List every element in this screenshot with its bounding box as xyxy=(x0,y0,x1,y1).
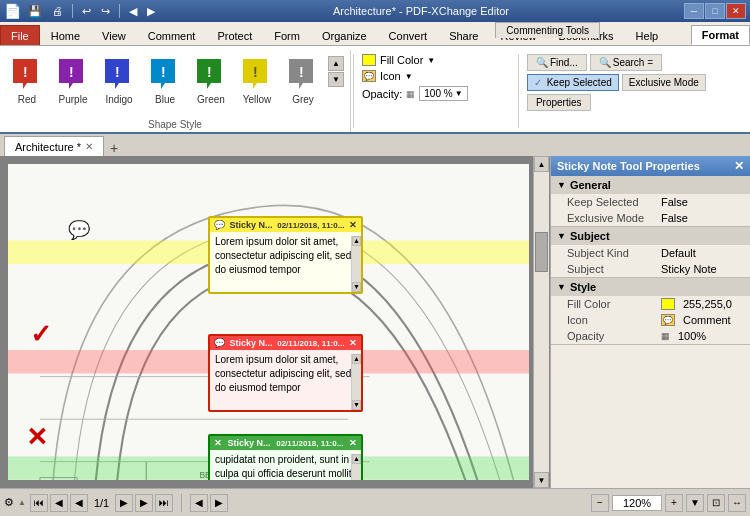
shape-yellow[interactable]: ! Yellow xyxy=(236,52,278,107)
nav-next-button[interactable]: ▶ xyxy=(135,494,153,512)
scroll-down[interactable]: ▼ xyxy=(352,282,361,292)
qa-redo[interactable]: ↪ xyxy=(98,4,113,19)
nav-first-button[interactable]: ⏮ xyxy=(30,494,48,512)
shape-grey[interactable]: ! Grey xyxy=(282,52,324,107)
tab-protect[interactable]: Protect xyxy=(206,25,263,45)
pan-left-button[interactable]: ◀ xyxy=(190,494,208,512)
tab-share[interactable]: Share xyxy=(438,25,489,45)
shape-indigo[interactable]: ! Indigo xyxy=(98,52,140,107)
tab-comment[interactable]: Comment xyxy=(137,25,207,45)
sticky-note-red[interactable]: 💬 Sticky N... 02/11/2018, 11:0... ✕ Lore… xyxy=(208,334,363,412)
qa-save[interactable]: 💾 xyxy=(25,4,45,19)
scroll-down-btn[interactable]: ▼ xyxy=(534,472,549,488)
qa-forward[interactable]: ▶ xyxy=(144,4,158,19)
nav-next2-button[interactable]: ▶ xyxy=(115,494,133,512)
scroll-up[interactable]: ▲ xyxy=(352,236,361,246)
panel-icon-swatch: 💬 xyxy=(661,314,675,326)
shape-yellow-icon: ! xyxy=(238,54,276,92)
scroll-thumb-v[interactable] xyxy=(535,232,548,272)
tab-file[interactable]: File xyxy=(0,25,40,45)
zoom-width-button[interactable]: ↔ xyxy=(728,494,746,512)
title-bar: 📄 💾 🖨 ↩ ↪ ◀ ▶ Architecture* - PDF-XChang… xyxy=(0,0,750,22)
shape-indigo-icon: ! xyxy=(100,54,138,92)
panel-style-header[interactable]: ▼ Style xyxy=(551,278,750,296)
zoom-dropdown-button[interactable]: ▼ xyxy=(686,494,704,512)
zoom-out-button[interactable]: − xyxy=(591,494,609,512)
ribbon-divider-1 xyxy=(353,54,354,128)
zoom-level[interactable]: 120% xyxy=(612,495,662,511)
fill-color-swatch xyxy=(362,54,376,66)
scroll-up-2[interactable]: ▲ xyxy=(352,354,361,364)
annotation-yellow-icon: 💬 xyxy=(68,219,90,241)
shape-red[interactable]: ! Red xyxy=(6,52,48,107)
commenting-tools-label: Commenting Tools xyxy=(495,22,600,38)
status-bar: ⚙ ▲ ⏮ ◀ ◀ 1/1 ▶ ▶ ⏭ ◀ ▶ − 120% + ▼ ⊡ ↔ xyxy=(0,488,750,516)
status-pan-area: ◀ ▶ xyxy=(190,494,228,512)
sticky-note-yellow-scrollbar: ▲ ▼ xyxy=(351,236,361,292)
icon-dropdown-arrow[interactable]: ▼ xyxy=(405,72,413,81)
panel-subject-header[interactable]: ▼ Subject xyxy=(551,227,750,245)
doc-tab-add[interactable]: + xyxy=(106,140,122,156)
tab-home[interactable]: Home xyxy=(40,25,91,45)
scroll-up-btn[interactable]: ▲ xyxy=(534,156,549,172)
sticky-note-green-body: cupidatat non proident, sunt in culpa qu… xyxy=(210,450,361,480)
panel-title: Sticky Note Tool Properties xyxy=(557,160,700,172)
nav-last-button[interactable]: ⏭ xyxy=(155,494,173,512)
shape-style-section: ! Red ! Purple xyxy=(0,50,351,132)
shape-green[interactable]: ! Green xyxy=(190,52,232,107)
tab-help[interactable]: Help xyxy=(625,25,670,45)
nav-prev2-button[interactable]: ◀ xyxy=(70,494,88,512)
svg-text:!: ! xyxy=(115,64,120,80)
style-arrow-icon: ▼ xyxy=(557,282,566,292)
scroll-down-2[interactable]: ▼ xyxy=(352,400,361,410)
svg-text:!: ! xyxy=(207,64,212,80)
tab-format[interactable]: Format xyxy=(691,25,750,45)
qa-back[interactable]: ◀ xyxy=(126,4,140,19)
svg-rect-7 xyxy=(8,164,529,480)
zoom-in-button[interactable]: + xyxy=(665,494,683,512)
fill-color-dropdown-arrow[interactable]: ▼ xyxy=(427,56,435,65)
ribbon: ! Red ! Purple xyxy=(0,46,750,134)
qa-undo[interactable]: ↩ xyxy=(79,4,94,19)
shape-blue[interactable]: ! Blue xyxy=(144,52,186,107)
general-arrow-icon: ▼ xyxy=(557,180,566,190)
sticky-note-red-close[interactable]: ✕ xyxy=(349,338,357,348)
search-button[interactable]: 🔍 Search = xyxy=(590,54,662,71)
shape-purple[interactable]: ! Purple xyxy=(52,52,94,107)
sticky-note-green-header: ✕ Sticky N... 02/11/2018, 11:0... ✕ xyxy=(210,436,361,450)
qa-print[interactable]: 🖨 xyxy=(49,4,66,18)
panel-general-header[interactable]: ▼ General xyxy=(551,176,750,194)
fill-color-label: Fill Color xyxy=(380,54,423,66)
minimize-button[interactable]: ─ xyxy=(684,3,704,19)
doc-scrollbar-v[interactable]: ▲ ▼ xyxy=(533,156,549,488)
arch-drawing: Forc. det. BEDROO... LIVING xyxy=(8,164,529,480)
panel-close-button[interactable]: ✕ xyxy=(734,159,744,173)
shape-blue-icon: ! xyxy=(146,54,184,92)
svg-text:!: ! xyxy=(23,64,28,80)
keep-selected-button[interactable]: ✓ Keep Selected xyxy=(527,74,619,91)
tab-form[interactable]: Form xyxy=(263,25,311,45)
sticky-note-yellow[interactable]: 💬 Sticky N... 02/11/2018, 11:0... ✕ Lore… xyxy=(208,216,363,294)
tab-organize[interactable]: Organize xyxy=(311,25,378,45)
shape-style-dropdown[interactable]: ▲ ▼ xyxy=(328,56,344,87)
doc-tab-arch[interactable]: Architecture * ✕ xyxy=(4,136,104,156)
close-button[interactable]: ✕ xyxy=(726,3,746,19)
properties-button[interactable]: Properties xyxy=(527,94,591,111)
opacity-dropdown[interactable]: 100 % ▼ xyxy=(419,86,467,101)
pan-right-button[interactable]: ▶ xyxy=(210,494,228,512)
sticky-note-green[interactable]: ✕ Sticky N... 02/11/2018, 11:0... ✕ cupi… xyxy=(208,434,363,480)
zoom-fit-button[interactable]: ⊡ xyxy=(707,494,725,512)
sticky-note-yellow-close[interactable]: ✕ xyxy=(349,220,357,230)
nav-prev-button[interactable]: ◀ xyxy=(50,494,68,512)
find-button[interactable]: 🔍 Find... xyxy=(527,54,587,71)
status-expand-icon[interactable]: ▲ xyxy=(18,498,26,507)
tab-convert[interactable]: Convert xyxy=(378,25,439,45)
doc-tab-bar: Architecture * ✕ + xyxy=(0,134,750,156)
status-settings-icon[interactable]: ⚙ xyxy=(4,496,14,509)
tab-view[interactable]: View xyxy=(91,25,137,45)
restore-button[interactable]: □ xyxy=(705,3,725,19)
scroll-up-3[interactable]: ▲ xyxy=(352,454,361,464)
sticky-note-green-close[interactable]: ✕ xyxy=(349,438,357,448)
doc-tab-close[interactable]: ✕ xyxy=(85,141,93,152)
exclusive-mode-button[interactable]: Exclusive Mode xyxy=(622,74,706,91)
